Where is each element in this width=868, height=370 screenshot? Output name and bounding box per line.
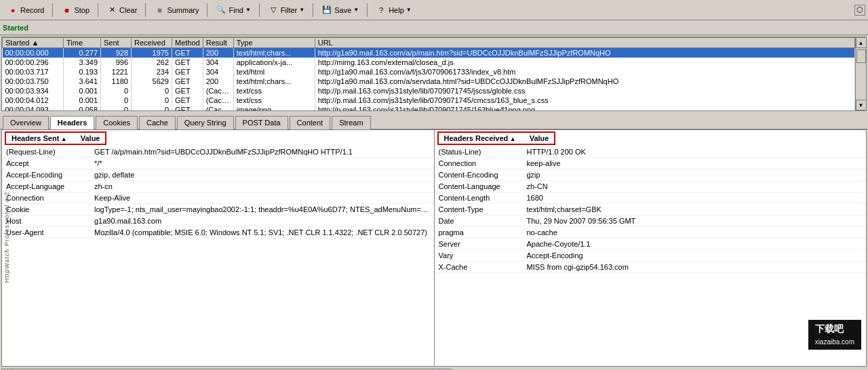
- table-row[interactable]: 00:00:04.0120.00100GET(Cache)text/csshtt…: [3, 96, 866, 105]
- left-col-value[interactable]: Value: [81, 134, 100, 142]
- summary-icon: ≡: [154, 5, 165, 16]
- list-item: Accept*/*: [2, 158, 434, 169]
- table-row[interactable]: 00:00:00.2963.349996262GET304application…: [3, 58, 866, 67]
- stop-icon: ■: [61, 5, 72, 16]
- right-panel: Headers Received Value (Status-Line)HTTP…: [435, 130, 867, 366]
- table-row[interactable]: 00:00:03.7503.64111805629GET200text/html…: [3, 77, 866, 86]
- scroll-up-button[interactable]: ▲: [856, 37, 867, 48]
- list-item: (Request-Line)GET /a/p/main.htm?sid=UBDC…: [2, 146, 434, 158]
- request-table-container: Started ▲ Time Sent Received Method Resu…: [1, 37, 867, 111]
- list-item: Content-Length1680: [435, 192, 867, 204]
- record-label: Record: [20, 6, 44, 14]
- list-item: Content-Encodinggzip: [435, 169, 867, 181]
- save-button[interactable]: 💾 Save ▼: [317, 2, 363, 18]
- watermark-text: 下载吧: [815, 323, 844, 334]
- save-label: Save: [334, 6, 351, 14]
- scroll-thumb[interactable]: [856, 49, 866, 63]
- col-time-header[interactable]: Time: [64, 38, 101, 48]
- stop-label: Stop: [74, 6, 90, 14]
- help-button[interactable]: ? Help ▼: [371, 2, 416, 18]
- list-item: (Status-Line)HTTP/1.0 200 OK: [435, 146, 867, 158]
- summary-button[interactable]: ≡ Summary: [149, 2, 203, 18]
- separator-4: [207, 3, 208, 17]
- list-item: VaryAccept-Encoding: [435, 250, 867, 262]
- list-item: Content-Typetext/html;charset=GBK: [435, 204, 867, 215]
- list-item: CookielogType=-1; nts_mail_user=mayingba…: [2, 204, 434, 215]
- right-panel-header-box: Headers Received Value: [437, 131, 556, 145]
- right-data-table: (Status-Line)HTTP/1.0 200 OKConnectionke…: [435, 146, 867, 273]
- help-icon: ?: [376, 5, 387, 16]
- left-panel-header-box: Headers Sent Value: [5, 131, 106, 145]
- filter-icon: ▽: [268, 5, 279, 16]
- separator-6: [313, 3, 313, 17]
- help-dropdown-icon: ▼: [406, 7, 412, 13]
- separator-2: [98, 3, 98, 17]
- clear-icon: ✕: [106, 5, 117, 16]
- clear-label: Clear: [119, 6, 137, 14]
- list-item: ConnectionKeep-Alive: [2, 192, 434, 204]
- list-item: Accept-Languagezh-cn: [2, 181, 434, 192]
- find-icon: 🔍: [216, 5, 226, 16]
- tab-content[interactable]: Content: [290, 116, 331, 129]
- record-icon: ●: [7, 5, 18, 16]
- detail-container: Headers Sent Value (Request-Line)GET /a/…: [1, 129, 867, 367]
- separator-5: [259, 3, 260, 17]
- tab-query-string[interactable]: Query String: [177, 116, 234, 129]
- separator-3: [145, 3, 146, 17]
- stop-button[interactable]: ■ Stop: [56, 2, 94, 18]
- find-button[interactable]: 🔍 Find ▼: [211, 2, 255, 18]
- right-col-value[interactable]: Value: [530, 134, 549, 142]
- table-row[interactable]: 00:00:00.0000.2779281975GET200text/html;…: [3, 48, 866, 58]
- col-method-header[interactable]: Method: [172, 38, 203, 48]
- col-started-header[interactable]: Started ▲: [3, 38, 64, 48]
- save-dropdown-icon: ▼: [353, 7, 359, 13]
- request-table: Started ▲ Time Sent Received Method Resu…: [2, 37, 866, 111]
- col-type-header[interactable]: Type: [233, 38, 315, 48]
- tab-cookies[interactable]: Cookies: [96, 116, 138, 129]
- list-item: pragmano-cache: [435, 227, 867, 239]
- toolbar: ● Record ■ Stop ✕ Clear ≡ Summary 🔍 Find…: [0, 0, 868, 20]
- list-item: Hostg1a90.mail.163.com: [2, 215, 434, 227]
- left-panel-content: (Request-Line)GET /a/p/main.htm?sid=UBDC…: [2, 146, 434, 366]
- list-item: DateThu, 29 Nov 2007 09:56:35 GMT: [435, 215, 867, 227]
- tab-overview[interactable]: Overview: [3, 116, 49, 129]
- tab-cache[interactable]: Cache: [139, 116, 176, 129]
- summary-label: Summary: [167, 6, 199, 14]
- table-row[interactable]: 00:00:03.7170.1931221234GET304text/htmlh…: [3, 67, 866, 77]
- col-received-header[interactable]: Received: [132, 38, 172, 48]
- scroll-down-button[interactable]: ▼: [856, 100, 867, 110]
- tab-stream[interactable]: Stream: [332, 116, 370, 129]
- side-label-container: HttpWatch Professional 4.2: [0, 169, 14, 305]
- left-data-table: (Request-Line)GET /a/p/main.htm?sid=UBDC…: [2, 146, 434, 239]
- list-item: Connectionkeep-alive: [435, 158, 867, 169]
- table-row[interactable]: 00:00:04.0930.05800GET(Cache)image/pnght…: [3, 105, 866, 111]
- find-dropdown-icon: ▼: [245, 7, 251, 13]
- tabs-container: Overview Headers Cookies Cache Query Str…: [0, 112, 868, 129]
- tab-post-data[interactable]: POST Data: [235, 116, 288, 129]
- left-col-headers-sent[interactable]: Headers Sent: [12, 134, 67, 142]
- find-label: Find: [229, 6, 243, 14]
- right-panel-content: (Status-Line)HTTP/1.0 200 OKConnectionke…: [435, 146, 867, 366]
- watermark-sub: xiazaiba.com: [815, 338, 854, 346]
- side-label: HttpWatch Professional 4.2: [3, 192, 10, 283]
- record-button[interactable]: ● Record: [3, 2, 49, 18]
- table-row[interactable]: 00:00:03.9340.00100GET(Cache)text/csshtt…: [3, 86, 866, 96]
- left-panel: Headers Sent Value (Request-Line)GET /a/…: [2, 130, 435, 366]
- col-result-header[interactable]: Result: [203, 38, 233, 48]
- vertical-scrollbar[interactable]: ▲ ▼: [855, 37, 866, 110]
- watermark: 下载吧 xiazaiba.com: [808, 320, 861, 350]
- save-icon: 💾: [321, 5, 332, 16]
- right-col-headers-received[interactable]: Headers Received: [444, 134, 516, 142]
- clear-button[interactable]: ✕ Clear: [102, 2, 142, 18]
- list-item: Accept-Encodinggzip, deflate: [2, 169, 434, 181]
- list-item: ServerApache-Coyote/1.1: [435, 239, 867, 250]
- expand-button[interactable]: ⬡: [854, 5, 865, 16]
- col-url-header[interactable]: URL: [315, 38, 854, 48]
- filter-button[interactable]: ▽ Filter ▼: [263, 2, 309, 18]
- col-sent-header[interactable]: Sent: [101, 38, 132, 48]
- status-bar-top: Started: [0, 20, 868, 35]
- list-item: Content-Languagezh-CN: [435, 181, 867, 192]
- list-item: User-AgentMozilla/4.0 (compatible; MSIE …: [2, 227, 434, 239]
- separator-7: [367, 3, 368, 17]
- tab-headers[interactable]: Headers: [50, 116, 94, 129]
